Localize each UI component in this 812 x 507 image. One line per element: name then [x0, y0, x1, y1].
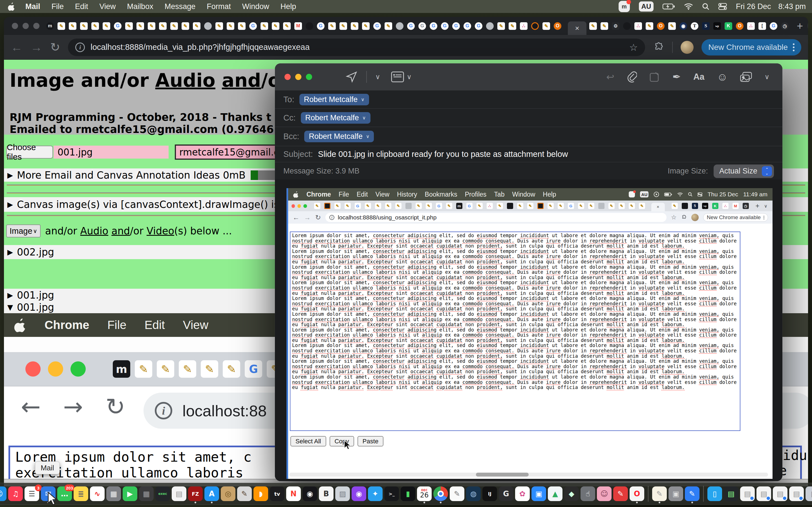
tab-favicon-d[interactable]: ✎	[385, 203, 391, 209]
tab-favicon-d[interactable]: ✎	[201, 360, 218, 378]
tab-favicon-d[interactable]: ✎	[170, 22, 178, 30]
send-options-chevron-icon[interactable]: ∨	[375, 73, 380, 81]
dock-icon-launchpad[interactable]: ▦	[106, 487, 121, 501]
tab-favicon-d[interactable]: ✎	[328, 22, 336, 30]
dock-icon-stamp-app[interactable]: ▣	[668, 487, 683, 501]
tab-favicon-k[interactable]	[623, 22, 631, 30]
tab-favicon-d[interactable]: ✎	[365, 203, 371, 209]
tab-favicon-m[interactable]: M	[294, 22, 302, 30]
tab-favicon-d[interactable]: ✎	[314, 203, 320, 209]
address-bar[interactable]: i localhost:8888/media_via_pb.php?jhfgjh…	[68, 39, 645, 56]
tab-favicon-d[interactable]: ✎	[215, 22, 223, 30]
subject-field[interactable]: Subject: Slide 001.jpg in clipboard read…	[275, 146, 782, 162]
tab-favicon-g[interactable]: G	[475, 22, 483, 30]
tab-favicon-d[interactable]: ✎	[238, 22, 246, 30]
tab-favicon-d[interactable]: ✎	[646, 22, 653, 30]
media-type-select[interactable]: Image ∨	[6, 224, 41, 237]
tab-favicon-d[interactable]: ✎	[340, 22, 347, 30]
tab-favicon-g[interactable]: G	[245, 360, 262, 378]
dock-icon-navy-app[interactable]: ◍	[466, 487, 481, 501]
tab-favicon-gr[interactable]	[405, 203, 412, 209]
tab-favicon-d[interactable]: ✎	[69, 22, 77, 30]
bcc-field[interactable]: Bcc: Robert Metcalfe ∨	[275, 127, 782, 146]
to-recipient-token[interactable]: Robert Metcalfe ∨	[299, 94, 369, 105]
tab-favicon-dot[interactable]: ∴	[487, 203, 493, 209]
tab-favicon-d[interactable]: ✎	[375, 203, 381, 209]
bookmark-star-icon[interactable]: ☆	[629, 42, 638, 53]
tab-favicon-nyt[interactable]: T	[691, 22, 698, 30]
tab-favicon-d[interactable]: ✎	[345, 203, 351, 209]
menu-item-profiles[interactable]: Profiles	[465, 191, 487, 198]
tab-favicon-d[interactable]: ✎	[558, 203, 564, 209]
dock-icon-filezilla[interactable]: FZ	[188, 487, 203, 501]
dock-icon-stickies[interactable]: ✎	[652, 487, 667, 501]
tab-favicon-d[interactable]: ✎	[497, 203, 503, 209]
tab-favicon-d[interactable]: ✎	[589, 22, 597, 30]
dock-icon-photo-viewer[interactable]: ▨	[335, 487, 350, 501]
tab-favicon-gear[interactable]: ⚙	[612, 22, 619, 30]
tab-favicon-d[interactable]: ✎	[608, 203, 615, 209]
tab-favicon-d[interactable]: ✎	[548, 203, 554, 209]
tab-favicon-d[interactable]: ✎	[446, 203, 452, 209]
file-name-input[interactable]: 001.jpg	[54, 146, 168, 159]
tab-favicon-o[interactable]	[324, 203, 331, 209]
tab-favicon-d[interactable]: ✎	[639, 203, 645, 209]
menu-item-chrome[interactable]: Chrome	[306, 191, 331, 198]
menu-item-help[interactable]: Help	[543, 191, 556, 198]
tab-favicon-d[interactable]: ✎	[125, 22, 133, 30]
tab-favicon-d[interactable]: ✎	[283, 22, 291, 30]
menu-item-edit[interactable]: Edit	[357, 191, 368, 198]
cc-field[interactable]: Cc: Robert Metcalfe ∨	[275, 109, 782, 127]
tab-favicon-d[interactable]: ✎	[362, 22, 370, 30]
link-text[interactable]: Video	[147, 225, 174, 237]
menu-item-window[interactable]: Window	[242, 2, 269, 11]
tab-search-chevron-icon[interactable]: ∨	[808, 19, 808, 33]
menu-item-window[interactable]: Window	[512, 191, 535, 198]
menu-item-message[interactable]: Message	[165, 2, 196, 11]
lorem-textarea[interactable]: Lorem ipsum dolor sit amet, consectetur …	[290, 231, 741, 431]
dock-icon-messages[interactable]: …203	[57, 487, 72, 501]
cc-recipient-token[interactable]: Robert Metcalfe ∨	[301, 112, 370, 124]
zoom-window-button[interactable]	[306, 74, 312, 80]
control-center-icon[interactable]	[718, 3, 727, 10]
menu-item-edit[interactable]: Edit	[144, 318, 165, 332]
tab-favicon-gr[interactable]	[204, 22, 212, 30]
tab-favicon-g[interactable]: G	[430, 22, 437, 30]
dock-icon-tan-app[interactable]: ◎	[221, 487, 236, 501]
tab-favicon-d[interactable]: ✎	[80, 22, 88, 30]
link-text[interactable]: Audio	[155, 69, 215, 91]
close-window-button[interactable]	[285, 74, 291, 80]
tab-favicon-O[interactable]: O	[736, 22, 744, 30]
attach-paperclip-icon[interactable]	[627, 71, 637, 82]
tab-favicon-d[interactable]: ✎	[182, 22, 189, 30]
tab-favicon-d[interactable]: ✎	[601, 22, 608, 30]
tab-favicon-d[interactable]: ✎	[351, 22, 358, 30]
menu-item-chrome[interactable]: Chrome	[45, 318, 89, 332]
dock-icon-finder[interactable]: ☺	[0, 487, 6, 501]
compose-title-bar[interactable]: ∨ ∨ ↩ ✒ Aa ☺	[275, 63, 782, 91]
dock-icon-minimized-page-1[interactable]: ▤	[740, 487, 755, 501]
dock-icon-facetime[interactable]: ▶	[123, 487, 137, 501]
tab-favicon-wp[interactable]: wp	[702, 203, 708, 209]
menu-item-mail[interactable]: Mail	[26, 2, 40, 11]
tab-favicon-g[interactable]: G	[436, 203, 442, 209]
tab-favicon-wp[interactable]: wp	[713, 22, 721, 30]
dock-icon-apple-tv[interactable]: tv	[270, 487, 285, 501]
menu-item-view[interactable]: View	[100, 2, 116, 11]
tab-favicon-d[interactable]: ✎	[137, 22, 144, 30]
menu-item-mailbox[interactable]: Mailbox	[127, 2, 153, 11]
tab-favicon-d[interactable]: ✎	[578, 203, 584, 209]
tab-favicon-gr[interactable]	[486, 22, 494, 30]
dock-icon-writer-doc[interactable]: ▤	[172, 487, 186, 501]
horizontal-scrollbar[interactable]	[289, 473, 768, 476]
tab-favicon-m[interactable]: M	[732, 203, 739, 209]
tab-favicon-O[interactable]: O	[657, 22, 665, 30]
apple-logo-icon[interactable]	[8, 2, 15, 11]
disclosure-triangle-icon[interactable]: ▶	[7, 248, 13, 256]
menu-item-view[interactable]: View	[375, 191, 389, 198]
dock-icon-marker-app[interactable]: ✎	[613, 487, 628, 501]
tab-favicon-k[interactable]	[306, 22, 313, 30]
tab-favicon-d[interactable]: ✎	[517, 203, 523, 209]
subject-text[interactable]: Slide 001.jpg in clipboard ready for you…	[318, 150, 568, 159]
tab-favicon-d[interactable]: ✎	[179, 360, 196, 378]
